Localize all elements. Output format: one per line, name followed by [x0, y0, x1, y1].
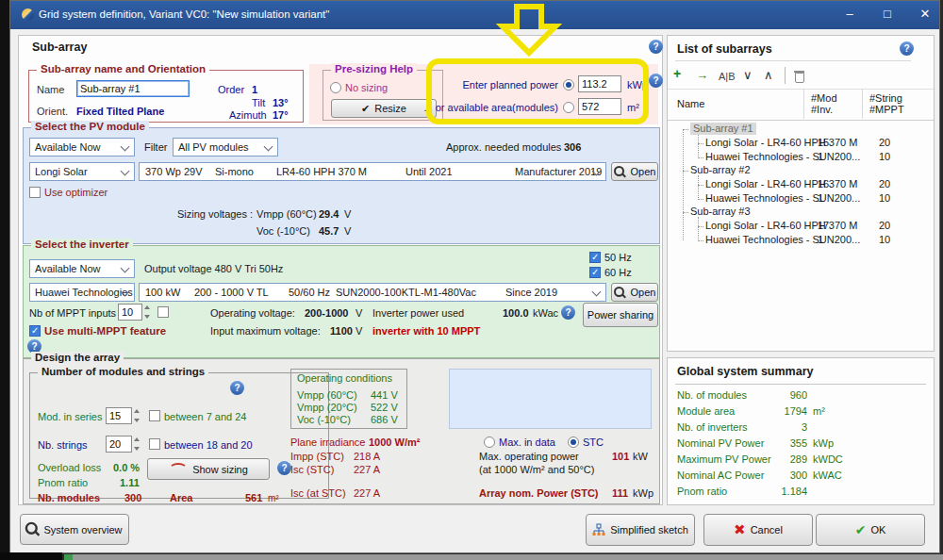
- area-radio[interactable]: [563, 102, 574, 113]
- subarray-help-icon[interactable]: ?: [649, 40, 663, 54]
- tree-item[interactable]: Huawei Technologies - SUN200...: [705, 151, 860, 163]
- planned-power-radio[interactable]: [563, 79, 574, 91]
- inverter-section: Select the inverter Available Now Output…: [23, 245, 660, 358]
- col-name[interactable]: Name: [677, 98, 704, 110]
- operating-voltage-unit: V: [356, 307, 362, 320]
- use-optimizer-checkbox[interactable]: [29, 187, 41, 198]
- rename-icon[interactable]: A|B: [719, 71, 736, 83]
- operating-conditions-box: Operating conditions Vmpp (60°C) 441 V V…: [290, 369, 407, 429]
- no-sizing-radio[interactable]: [330, 82, 341, 93]
- inverter-combo[interactable]: 100 kW 200 - 1000 V TL 50/60 Hz SUN2000-…: [139, 283, 606, 302]
- opcond-row-label: Voc (-10°C): [297, 414, 351, 426]
- tree-group[interactable]: Sub-array #3: [690, 206, 751, 218]
- tree-item[interactable]: Longi Solar - LR4-60 HPH 370 M: [705, 137, 857, 149]
- pv-filter-dropdown[interactable]: All PV modules: [173, 138, 278, 156]
- summary-unit: kWAC: [813, 469, 842, 482]
- order-value: 1: [252, 84, 257, 96]
- check-icon: ✔: [361, 103, 370, 115]
- close-button[interactable]: ✕: [911, 7, 939, 21]
- summary-unit: m²: [813, 405, 825, 418]
- title-bar[interactable]: Grid system definition, Variant VC0: "Ne…: [10, 1, 939, 29]
- freq-60hz-checkbox[interactable]: [589, 267, 601, 278]
- strings-arrows[interactable]: [133, 436, 141, 453]
- planned-power-help-icon[interactable]: ?: [649, 74, 663, 88]
- summary-value: 289: [685, 453, 807, 466]
- opcond-row-value: 686 V: [371, 414, 398, 426]
- tree-item[interactable]: Longi Solar - LR4-60 HPH 370 M: [705, 178, 857, 190]
- azimuth-label: Azimuth: [229, 109, 267, 122]
- mppt-option-checkbox[interactable]: [157, 306, 169, 318]
- mppt-inputs-spinner[interactable]: [118, 304, 142, 321]
- pv-spec-power: 370 Wp 29V: [145, 163, 203, 180]
- multi-mppt-checkbox[interactable]: [29, 325, 41, 337]
- tree-item[interactable]: Longi Solar - LR4-60 HPH 370 M: [705, 220, 857, 232]
- col-mppt[interactable]: #MPPT: [869, 104, 904, 116]
- inverter-section-title: Select the inverter: [31, 239, 133, 250]
- pv-manufacturer-dropdown[interactable]: Longi Solar: [29, 162, 135, 181]
- maximize-button[interactable]: □: [873, 7, 902, 21]
- move-up-icon[interactable]: ∧: [764, 69, 773, 81]
- tilt-label: Tilt: [252, 97, 265, 109]
- mod-series-arrows[interactable]: [133, 407, 141, 424]
- ok-button[interactable]: ✔ OK: [816, 514, 925, 546]
- inverter-manufacturer-dropdown[interactable]: Huawei Technologies: [29, 283, 135, 302]
- tree-item[interactable]: Huawei Technologies - SUN200...: [705, 192, 860, 205]
- tree-item-mppt: 20: [879, 220, 890, 232]
- duplicate-subarray-icon[interactable]: →: [696, 69, 708, 81]
- tree-item-mppt: 10: [879, 192, 890, 205]
- inv-spec-model: SUN2000-100KTL-M1-480Vac: [336, 284, 476, 301]
- tree-group[interactable]: Sub-array #2: [690, 164, 751, 176]
- inv-spec-power: 100 kW: [145, 284, 180, 301]
- screen: Grid system definition, Variant VC0: "Ne…: [0, 0, 943, 560]
- pv-spec-origin: Manufacturer 2019: [515, 163, 602, 180]
- tree-group-selected[interactable]: Sub-array #1: [690, 123, 756, 135]
- show-sizing-help-icon[interactable]: ?: [277, 461, 291, 475]
- presizing-zone: Pre-sizing Help No sizing ✔ Resize Enter…: [309, 64, 658, 124]
- subarrays-list-panel: List of subarrays ? + → A|B ∨ ∧ Name #Mo…: [667, 35, 935, 352]
- isc-label: Isc (STC): [290, 464, 334, 476]
- show-sizing-button[interactable]: Show sizing: [147, 458, 270, 480]
- summary-value: 355: [685, 437, 807, 450]
- tree-line: [683, 129, 684, 240]
- cancel-button[interactable]: ✖ Cancel: [703, 514, 813, 546]
- stc-label: STC: [583, 436, 604, 449]
- planned-power-input[interactable]: [578, 75, 621, 92]
- add-subarray-icon[interactable]: +: [673, 68, 681, 80]
- subarray-name-input[interactable]: [76, 80, 190, 97]
- stc-radio[interactable]: [568, 436, 579, 448]
- desktop-edge: [0, 0, 9, 560]
- power-sharing-button[interactable]: Power sharing: [583, 303, 658, 327]
- tree-item[interactable]: Huawei Technologies - SUN200...: [705, 234, 860, 246]
- freq-50hz-checkbox[interactable]: [589, 252, 601, 263]
- pv-module-combo[interactable]: 370 Wp 29V Si-mono LR4-60 HPH 370 M Unti…: [139, 162, 606, 181]
- mod-series-spinner[interactable]: [106, 407, 132, 424]
- simplified-sketch-button[interactable]: Simplified sketch: [586, 514, 695, 546]
- mod-series-label: Mod. in series: [38, 411, 102, 423]
- move-down-icon[interactable]: ∨: [743, 69, 753, 81]
- pv-spec-until: Until 2021: [405, 163, 453, 180]
- pv-availability-dropdown[interactable]: Available Now: [29, 138, 135, 156]
- toolbar-divider: [785, 67, 786, 84]
- vmpp-unit: V: [344, 208, 351, 221]
- pv-open-button[interactable]: Open: [611, 162, 658, 181]
- max-operating-power-value: 101: [612, 451, 629, 463]
- strings-range-checkbox[interactable]: [149, 438, 160, 450]
- subarrays-list-help-icon[interactable]: ?: [900, 41, 914, 56]
- strings-label: Nb. strings: [38, 439, 88, 452]
- power-used-help-icon[interactable]: ?: [561, 305, 575, 320]
- inverter-availability-dropdown[interactable]: Available Now: [29, 259, 135, 278]
- minimize-button[interactable]: –: [835, 7, 864, 21]
- strings-spinner[interactable]: [106, 436, 132, 453]
- area-input[interactable]: [578, 98, 621, 115]
- col-inv[interactable]: #Inv.: [811, 104, 833, 116]
- summary-value: 1.184: [685, 486, 807, 498]
- delete-subarray-icon[interactable]: [794, 70, 804, 82]
- modules-strings-help-icon[interactable]: ?: [230, 381, 244, 395]
- system-overview-button[interactable]: System overview: [20, 514, 129, 545]
- mod-series-range-checkbox[interactable]: [149, 410, 160, 421]
- inverter-open-button[interactable]: Open: [611, 283, 658, 302]
- orient-value: Fixed Tilted Plane: [76, 106, 164, 118]
- presizing-title: Pre-sizing Help: [331, 63, 417, 74]
- max-in-data-radio[interactable]: [484, 436, 495, 448]
- mppt-spinner-arrows[interactable]: [143, 304, 152, 321]
